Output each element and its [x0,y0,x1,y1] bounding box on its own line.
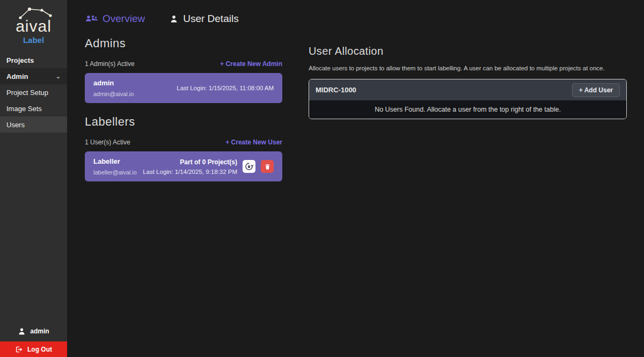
labellers-title: Labellers [85,115,282,129]
admins-toolbar: 1 Admin(s) Active + Create New Admin [85,60,282,68]
current-user: admin [0,321,67,341]
admin-last-login: Last Login: 1/15/2025, 11:08:00 AM [177,85,274,91]
admin-email: admin@aival.io [93,91,134,97]
labellers-toolbar: 1 User(s) Active + Create New User [85,139,282,146]
reset-password-button[interactable] [243,160,255,173]
project-name: MIDRC-1000 [316,86,356,94]
admin-identity: admin admin@aival.io [93,79,134,97]
sidebar-item-users[interactable]: Users [0,116,67,133]
content-area: Admins 1 Admin(s) Active + Create New Ad… [85,37,627,193]
sidebar-item-label: Projects [6,56,34,64]
tab-label: User Details [183,13,238,25]
admin-meta: Last Login: 1/15/2025, 11:08:00 AM [177,85,274,91]
labellers-count: 1 User(s) Active [85,139,130,146]
app-window: aival Label Projects Admin ⌄ Project Set… [0,0,644,357]
labeller-name: Labeller [93,157,137,165]
labeller-card[interactable]: Labeller labeller@aival.io Part of 0 Pro… [85,151,282,181]
sidebar-item-project-setup[interactable]: Project Setup [0,84,67,100]
logo-subtitle: Label [0,35,67,45]
reset-password-icon [245,162,253,171]
labeller-meta: Part of 0 Project(s) Last Login: 1/14/20… [143,158,274,175]
logo-text: aival [0,18,67,34]
people-icon [85,14,98,24]
labeller-meta-text: Part of 0 Project(s) Last Login: 1/14/20… [143,158,237,175]
logout-icon [15,346,23,353]
labeller-email: labeller@aival.io [93,169,137,176]
labeller-projects: Part of 0 Project(s) [143,158,237,166]
main-content: Overview User Details Admins 1 Admin(s) … [67,0,644,357]
tab-label: Overview [103,13,145,25]
allocation-table: MIDRC-1000 + Add User No Users Found. Al… [309,79,627,119]
labeller-last-login: Last Login: 1/14/2025, 9:18:32 PM [143,169,237,175]
sidebar-nav: Projects Admin ⌄ Project Setup Image Set… [0,52,67,133]
admin-name: admin [93,79,134,87]
person-icon [170,14,178,24]
chevron-down-icon: ⌄ [56,73,61,80]
delete-user-button[interactable] [261,160,274,173]
sidebar-item-label: Project Setup [6,89,48,97]
sidebar-item-admin[interactable]: Admin ⌄ [0,68,67,84]
sidebar-item-image-sets[interactable]: Image Sets [0,100,67,116]
add-user-button[interactable]: + Add User [572,83,620,97]
admins-count: 1 Admin(s) Active [85,60,135,68]
admins-title: Admins [85,37,282,50]
labeller-identity: Labeller labeller@aival.io [93,157,137,176]
allocation-panel: User Allocation Allocate users to projec… [309,37,627,119]
trash-icon [264,163,271,170]
tab-bar: Overview User Details [85,13,627,25]
sidebar-item-label: Image Sets [6,105,42,113]
app-logo: aival Label [0,0,67,45]
sidebar: aival Label Projects Admin ⌄ Project Set… [0,0,67,357]
logout-button[interactable]: Log Out [0,341,67,357]
create-admin-link[interactable]: + Create New Admin [220,60,282,68]
current-user-name: admin [30,327,49,335]
allocation-empty-row: No Users Found. Allocate a user from the… [309,100,626,119]
allocation-title: User Allocation [309,45,627,57]
create-user-link[interactable]: + Create New User [225,139,282,146]
allocation-description: Allocate users to projects to allow them… [309,65,627,71]
sidebar-item-label: Admin [6,72,28,81]
users-column: Admins 1 Admin(s) Active + Create New Ad… [85,37,282,193]
person-icon [18,327,26,336]
tab-user-details[interactable]: User Details [170,13,238,25]
admin-card[interactable]: admin admin@aival.io Last Login: 1/15/20… [85,73,282,103]
allocation-table-header: MIDRC-1000 + Add User [309,79,626,100]
sidebar-item-label: Users [6,121,25,129]
tab-overview[interactable]: Overview [85,13,145,25]
logout-label: Log Out [27,346,52,353]
sidebar-item-projects[interactable]: Projects [0,52,67,68]
